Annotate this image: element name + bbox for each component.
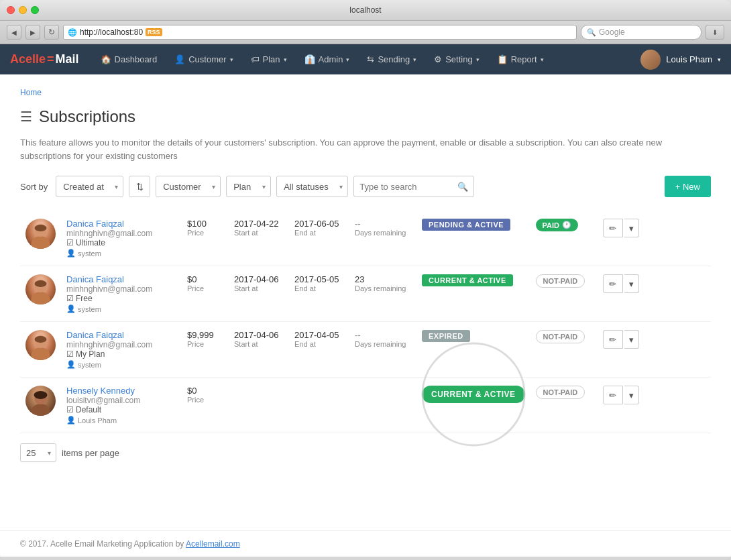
- plan-name: ☑ Free: [66, 294, 176, 303]
- start-date: 2017-04-06: [234, 274, 284, 284]
- nav-report[interactable]: 📋 Report ▾: [489, 44, 552, 74]
- remaining-cell: -- Days remaining: [349, 211, 416, 266]
- action-buttons: ✏ ▾: [603, 386, 706, 404]
- browser-window: localhost ◀ ▶ ↻ 🌐 http://localhost:80 RS…: [0, 0, 731, 560]
- end-date: 2017-05-05: [294, 274, 344, 284]
- back-button[interactable]: ◀: [7, 25, 21, 40]
- browser-search[interactable]: 🔍 Google: [581, 25, 701, 40]
- rss-badge: RSS: [146, 28, 162, 36]
- svg-point-11: [35, 336, 47, 343]
- browser-titlebar: localhost: [0, 0, 731, 21]
- svg-point-15: [34, 391, 48, 399]
- avatar-cell: [20, 266, 61, 322]
- report-chevron-icon: ▾: [541, 56, 544, 63]
- price-label: Price: [187, 229, 223, 237]
- customer-select[interactable]: Customer: [156, 176, 221, 197]
- new-subscription-button[interactable]: + New: [665, 176, 711, 197]
- avatar-svg: [25, 274, 56, 304]
- more-button[interactable]: ▾: [624, 274, 639, 293]
- plan-select[interactable]: Plan: [226, 176, 271, 197]
- customer-name[interactable]: Hensely Kennedy: [66, 386, 176, 396]
- status-select[interactable]: All statuses Active Expired Pending: [276, 176, 348, 197]
- more-button[interactable]: ▾: [624, 386, 639, 404]
- end-date: 2017-04-05: [294, 330, 344, 340]
- nav-user-area[interactable]: Louis Pham ▾: [640, 50, 721, 70]
- payment-cell: NOT-PAID: [530, 378, 598, 433]
- app-logo: Acelle=Mail: [10, 52, 79, 66]
- customer-email: minhnghivn@gmail.com: [66, 229, 176, 238]
- customer-name[interactable]: Danica Faiqzal: [66, 274, 176, 284]
- end-date-cell: 2017-05-05 End at: [289, 266, 349, 322]
- payment-cell: PAID 🕐: [530, 211, 598, 266]
- customer-name[interactable]: Danica Faiqzal: [66, 219, 176, 229]
- more-button[interactable]: ▾: [624, 219, 639, 237]
- nav-report-label: Report: [511, 54, 537, 64]
- plan-name: ☑ Default: [66, 405, 176, 414]
- app-footer: © 2017. Acelle Email Marketing Applicati…: [0, 530, 731, 557]
- downloads-button[interactable]: ⬇: [706, 25, 724, 40]
- paid-clock-icon: 🕐: [562, 221, 571, 229]
- edit-button[interactable]: ✏: [603, 386, 623, 404]
- logo-mail: Mail: [56, 52, 79, 66]
- edit-button[interactable]: ✏: [603, 274, 623, 293]
- system-icon: 👤: [66, 249, 76, 258]
- footer-link[interactable]: Acellemail.com: [186, 539, 240, 549]
- search-box[interactable]: 🔍: [353, 176, 474, 197]
- search-input[interactable]: [359, 182, 453, 192]
- end-label: End at: [294, 340, 344, 348]
- sending-chevron-icon: ▾: [413, 56, 416, 63]
- customer-name[interactable]: Danica Faiqzal: [66, 330, 176, 340]
- plan-name: ☑ My Plan: [66, 349, 176, 359]
- price: $100: [187, 219, 223, 229]
- payment-cell: NOT-PAID: [530, 266, 598, 322]
- nav-dashboard[interactable]: 🏠 Dashboard: [93, 44, 166, 74]
- edit-button[interactable]: ✏: [603, 219, 623, 237]
- user-info-cell: Danica Faiqzal minhnghivn@gmail.com ☑ My…: [61, 322, 182, 378]
- toolbar: Sort by Created at Customer Plan ▾ ⇅ Cus…: [20, 176, 711, 197]
- nav-setting[interactable]: ⚙ Setting ▾: [426, 44, 487, 74]
- page-description: This feature allows you to monitor the d…: [20, 136, 711, 162]
- plan-chevron-icon: ▾: [284, 56, 287, 63]
- status-cell: EXPIRED: [416, 322, 530, 378]
- user-chevron-icon: ▾: [718, 56, 721, 63]
- user-info-cell: Danica Faiqzal minhnghivn@gmail.com ☑ Ul…: [61, 211, 182, 266]
- edit-button[interactable]: ✏: [603, 330, 623, 349]
- minimize-window-button[interactable]: [19, 6, 27, 14]
- status-badge: EXPIRED: [422, 330, 470, 342]
- maximize-window-button[interactable]: [31, 6, 39, 14]
- nav-admin[interactable]: 👔 Admin ▾: [296, 44, 358, 74]
- user-info-cell: Danica Faiqzal minhnghivn@gmail.com ☑ Fr…: [61, 266, 182, 322]
- sort-direction-button[interactable]: ⇅: [129, 176, 150, 197]
- nav-plan[interactable]: 🏷 Plan ▾: [243, 44, 295, 74]
- nav-sending[interactable]: ⇆ Sending ▾: [359, 44, 425, 74]
- svg-point-13: [32, 404, 50, 416]
- nav-setting-label: Setting: [445, 54, 472, 64]
- remaining-value: 23: [355, 274, 411, 284]
- user-info-cell: Hensely Kennedy louisitvn@gmail.com ☑ De…: [61, 378, 182, 433]
- close-window-button[interactable]: [7, 6, 15, 14]
- price-label: Price: [187, 340, 223, 348]
- status-cell: CURRENT & ACTIVE: [416, 378, 530, 433]
- price-cell: $100 Price: [182, 211, 229, 266]
- sending-icon: ⇆: [367, 54, 374, 64]
- forward-button[interactable]: ▶: [25, 25, 40, 40]
- more-button[interactable]: ▾: [624, 330, 639, 349]
- nav-dashboard-label: Dashboard: [115, 54, 158, 64]
- sort-select[interactable]: Created at Customer Plan: [56, 176, 123, 197]
- per-page-select[interactable]: 25 50 100: [20, 443, 56, 462]
- page-header: ☰ Subscriptions: [20, 107, 711, 126]
- sort-arrows-icon: ⇅: [136, 182, 144, 192]
- remaining-label: Days remaining: [355, 284, 411, 292]
- actions-cell: ✏ ▾: [598, 378, 711, 433]
- plan-name: ☑ Ultimate: [66, 238, 176, 247]
- plan-check-icon: ☑: [66, 238, 74, 247]
- url-bar[interactable]: 🌐 http://localhost:80 RSS: [63, 25, 577, 40]
- nav-customer[interactable]: 👤 Customer ▾: [166, 44, 241, 74]
- plan-check-icon: ☑: [66, 349, 74, 359]
- action-buttons: ✏ ▾: [603, 330, 706, 349]
- breadcrumb[interactable]: Home: [20, 88, 711, 97]
- url-icon: 🌐: [68, 28, 77, 37]
- refresh-button[interactable]: ↻: [44, 25, 59, 40]
- footer-copyright: © 2017. Acelle Email Marketing Applicati…: [20, 539, 184, 549]
- start-label: Start at: [234, 284, 284, 292]
